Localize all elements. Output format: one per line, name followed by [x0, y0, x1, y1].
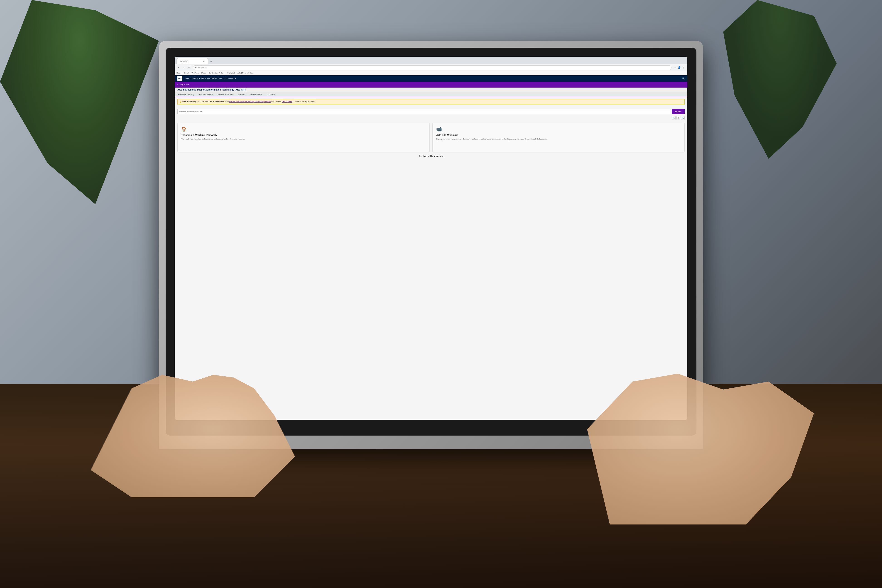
- ubc-logo-text: UBC: [178, 78, 182, 80]
- bookmark-arts[interactable]: Arts | Request Co...: [237, 72, 254, 74]
- card-title-webinars: Arts ISIT Webinars: [436, 134, 681, 136]
- covid-alert-banner: ℹ CORONAVIRUS (COVID-19) AND UBC'S RESPO…: [177, 99, 685, 105]
- ubc-logo: UBC: [177, 76, 182, 81]
- website-content: UBC THE UNIVERSITY OF BRITISH COLUMBIA 🔍…: [175, 75, 687, 420]
- new-tab-button[interactable]: +: [209, 59, 214, 64]
- bookmark-youtube[interactable]: YouTube: [192, 72, 198, 74]
- isit-title-bar: Arts Instructional Support & Information…: [175, 88, 687, 92]
- isit-page-title: Arts Instructional Support & Information…: [177, 88, 685, 91]
- bookmark-gmail[interactable]: Gmail: [184, 72, 189, 74]
- bookmark-craigslist[interactable]: Craigslist: [227, 72, 235, 74]
- purple-nav-bar: Faculty of Arts: [175, 82, 687, 88]
- browser-chrome: Arts ISIT ✕ + ‹ › ↺ isit.arts.ubc.ca: [175, 57, 687, 71]
- tab-close-button[interactable]: ✕: [203, 60, 205, 62]
- bookmark-home[interactable]: Home: [177, 72, 181, 74]
- alert-icon: ℹ: [180, 101, 181, 103]
- search-controls: 🔍 ↺ 🔍: [177, 116, 685, 120]
- nav-item-announcements[interactable]: Announcements: [249, 93, 263, 96]
- ubc-topbar-actions: 🔍: [682, 77, 685, 80]
- ubc-search-icon[interactable]: 🔍: [682, 77, 685, 80]
- card-teaching-remotely[interactable]: 🏠 Teaching & Working Remotely View tools…: [177, 123, 430, 153]
- url-bar[interactable]: isit.arts.ubc.ca: [193, 65, 672, 70]
- laptop-screen: Arts ISIT ✕ + ‹ › ↺ isit.arts.ubc.ca: [175, 57, 687, 420]
- video-icon: 📹: [436, 126, 681, 132]
- browser-icons: ☆ 👤 ⋮: [673, 66, 686, 69]
- featured-title: Featured Resources: [177, 155, 685, 158]
- home-icon: 🏠: [181, 126, 426, 132]
- zoom-reset-button[interactable]: ↺: [676, 116, 680, 120]
- forward-button[interactable]: ›: [182, 66, 186, 70]
- menu-icon[interactable]: ⋮: [682, 66, 686, 69]
- zoom-out-button[interactable]: 🔍: [681, 116, 685, 120]
- reload-button[interactable]: ↺: [188, 66, 192, 70]
- bookmark-maps[interactable]: Maps: [201, 72, 206, 74]
- main-nav: Teaching & Learning Computer Services Ad…: [175, 92, 687, 97]
- alert-body: View Arts ISIT's resources for teaching …: [225, 100, 315, 102]
- nav-item-teaching[interactable]: Teaching & Learning: [177, 93, 194, 96]
- url-text: isit.arts.ubc.ca: [195, 66, 206, 69]
- ubc-university-title: THE UNIVERSITY OF BRITISH COLUMBIA: [184, 77, 236, 80]
- search-input[interactable]: [177, 109, 670, 114]
- nav-item-computer[interactable]: Computer Services: [198, 93, 213, 96]
- bookmarks-bar: Home Gmail YouTube Maps ServiceNow IT Se…: [175, 71, 687, 75]
- search-section: Search 🔍 ↺ 🔍: [175, 106, 687, 122]
- tab-label: Arts ISIT: [180, 60, 188, 62]
- card-text-webinars: Sign up for online workshops on Canvas, …: [436, 138, 681, 140]
- alert-link-ubc[interactable]: UBC updates: [282, 100, 292, 102]
- cards-section: 🏠 Teaching & Working Remotely View tools…: [175, 123, 687, 153]
- nav-item-admin[interactable]: Administrative Tools: [218, 93, 234, 96]
- back-button[interactable]: ‹: [177, 66, 181, 70]
- card-title-teaching: Teaching & Working Remotely: [181, 134, 426, 136]
- bookmark-star-icon[interactable]: ☆: [673, 66, 676, 69]
- profile-icon[interactable]: 👤: [677, 66, 681, 69]
- card-text-teaching: View tools, technologies, and resources …: [181, 138, 426, 140]
- nav-item-webinars[interactable]: Webinars: [238, 93, 246, 96]
- browser-tabs: Arts ISIT ✕ +: [175, 57, 687, 64]
- faculty-breadcrumb: Faculty of Arts: [177, 84, 189, 86]
- browser-toolbar: ‹ › ↺ isit.arts.ubc.ca ☆ 👤 ⋮: [175, 64, 687, 71]
- active-tab[interactable]: Arts ISIT ✕: [177, 58, 208, 64]
- nav-item-contact[interactable]: Contact Us: [267, 93, 276, 96]
- featured-section: Featured Resources: [175, 153, 687, 159]
- alert-title: CORONAVIRUS (COVID-19) AND UBC'S RESPONS…: [182, 100, 225, 102]
- alert-link-isit[interactable]: Arts ISIT's resources for teaching and w…: [229, 100, 271, 102]
- search-button[interactable]: Search: [672, 109, 685, 114]
- bookmark-servicenow[interactable]: ServiceNow IT Se...: [208, 72, 225, 74]
- alert-text: CORONAVIRUS (COVID-19) AND UBC'S RESPONS…: [182, 100, 315, 102]
- zoom-in-button[interactable]: 🔍: [672, 116, 676, 120]
- ubc-topbar: UBC THE UNIVERSITY OF BRITISH COLUMBIA 🔍: [175, 75, 687, 82]
- card-webinars[interactable]: 📹 Arts ISIT Webinars Sign up for online …: [432, 123, 685, 153]
- search-input-row: Search: [177, 109, 685, 114]
- laptop-bezel: Arts ISIT ✕ + ‹ › ↺ isit.arts.ubc.ca: [166, 48, 696, 435]
